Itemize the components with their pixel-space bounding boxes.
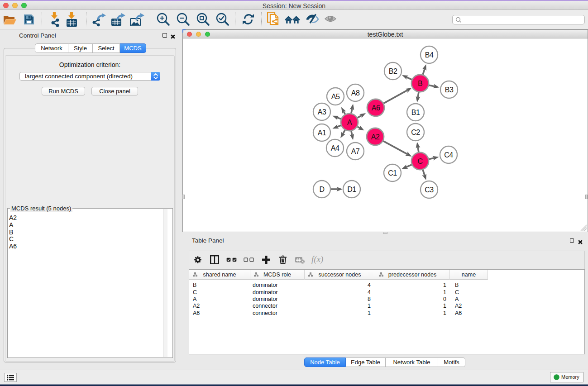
svg-text:B3: B3 [445,86,454,94]
svg-text:A4: A4 [331,144,339,152]
svg-text:A6: A6 [372,104,380,112]
svg-text:C1: C1 [388,169,397,177]
svg-text:D: D [319,186,324,193]
svg-text:C3: C3 [425,186,434,194]
svg-text:A8: A8 [351,89,360,97]
svg-text:B4: B4 [425,51,434,59]
svg-text:A: A [347,119,352,126]
svg-text:A3: A3 [318,108,326,116]
svg-text:B: B [418,80,422,87]
svg-text:B1: B1 [411,109,420,116]
svg-text:B2: B2 [389,67,397,75]
svg-text:A2: A2 [371,133,380,141]
svg-text:C: C [417,157,422,165]
svg-text:C2: C2 [411,129,420,136]
svg-text:A5: A5 [331,93,340,100]
svg-text:D1: D1 [347,186,356,193]
svg-text:A1: A1 [318,129,326,137]
svg-text:C4: C4 [444,151,453,159]
svg-text:A7: A7 [351,148,360,155]
